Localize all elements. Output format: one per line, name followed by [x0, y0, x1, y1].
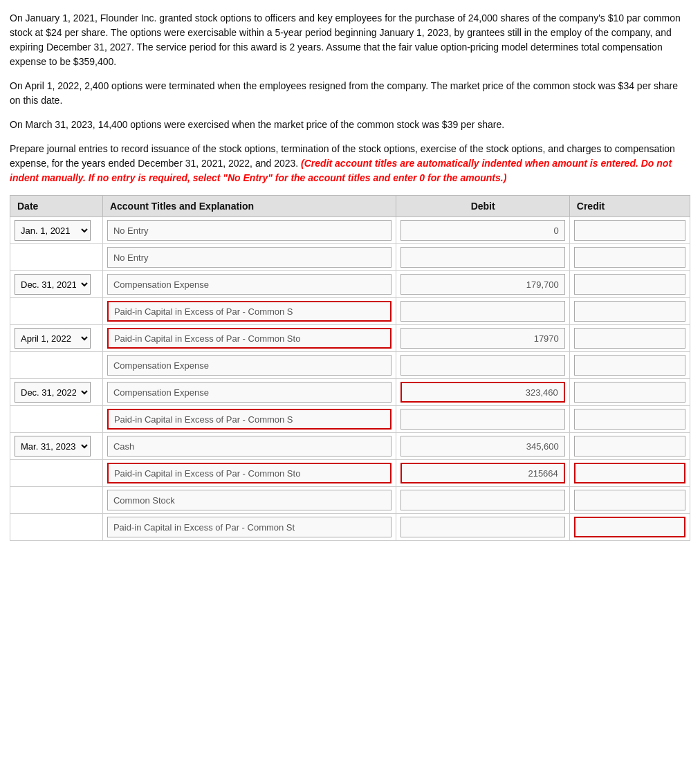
date-cell[interactable]: Jan. 1, 2021 — [10, 217, 103, 244]
credit-input[interactable] — [574, 409, 685, 430]
header-date: Date — [10, 196, 103, 217]
credit-input[interactable] — [574, 517, 685, 537]
debit-cell[interactable] — [396, 352, 569, 379]
debit-input[interactable] — [400, 274, 564, 295]
account-input[interactable] — [107, 517, 392, 537]
date-select[interactable]: Mar. 31, 2023 — [15, 436, 91, 457]
debit-input[interactable] — [400, 490, 564, 510]
account-input[interactable] — [107, 490, 392, 510]
debit-cell[interactable] — [396, 325, 569, 352]
debit-cell[interactable] — [396, 244, 569, 271]
table-row — [10, 298, 690, 325]
credit-input[interactable] — [574, 328, 685, 349]
paragraph-3: On March 31, 2023, 14,400 options were e… — [10, 118, 690, 132]
credit-cell[interactable] — [569, 433, 690, 460]
debit-cell[interactable] — [396, 298, 569, 325]
credit-cell[interactable] — [569, 325, 690, 352]
table-row — [10, 487, 690, 514]
date-cell — [10, 406, 103, 433]
header-debit: Debit — [396, 196, 569, 217]
account-cell[interactable] — [102, 352, 396, 379]
credit-input[interactable] — [574, 274, 685, 295]
account-input[interactable] — [107, 409, 392, 430]
account-cell[interactable] — [102, 244, 396, 271]
debit-cell[interactable] — [396, 379, 569, 406]
date-select[interactable]: Dec. 31, 2022 — [15, 382, 91, 403]
debit-cell[interactable] — [396, 487, 569, 514]
account-cell[interactable] — [102, 460, 396, 487]
table-row: Dec. 31, 2022 — [10, 379, 690, 406]
account-input[interactable] — [107, 328, 392, 349]
credit-input[interactable] — [574, 247, 685, 268]
account-cell[interactable] — [102, 487, 396, 514]
account-cell[interactable] — [102, 298, 396, 325]
debit-input[interactable] — [400, 409, 564, 430]
account-cell[interactable] — [102, 514, 396, 541]
date-select[interactable]: April 1, 2022 — [15, 328, 91, 349]
header-account: Account Titles and Explanation — [102, 196, 396, 217]
credit-cell[interactable] — [569, 406, 690, 433]
table-header-row: Date Account Titles and Explanation Debi… — [10, 196, 690, 217]
debit-cell[interactable] — [396, 514, 569, 541]
account-input[interactable] — [107, 247, 392, 268]
credit-cell[interactable] — [569, 379, 690, 406]
account-cell[interactable] — [102, 379, 396, 406]
date-cell[interactable]: Mar. 31, 2023 — [10, 433, 103, 460]
account-cell[interactable] — [102, 433, 396, 460]
debit-input[interactable] — [400, 382, 564, 403]
date-cell[interactable]: April 1, 2022 — [10, 325, 103, 352]
date-cell[interactable]: Dec. 31, 2022 — [10, 379, 103, 406]
date-select[interactable]: Jan. 1, 2021 — [15, 220, 91, 241]
debit-input[interactable] — [400, 436, 564, 457]
account-input[interactable] — [107, 463, 392, 483]
debit-cell[interactable] — [396, 217, 569, 244]
debit-cell[interactable] — [396, 433, 569, 460]
account-cell[interactable] — [102, 325, 396, 352]
credit-cell[interactable] — [569, 460, 690, 487]
date-cell[interactable]: Dec. 31, 2021 — [10, 271, 103, 298]
credit-cell[interactable] — [569, 487, 690, 514]
credit-input[interactable] — [574, 301, 685, 322]
credit-input[interactable] — [574, 436, 685, 457]
paragraph-2: On April 1, 2022, 2,400 options were ter… — [10, 79, 690, 108]
debit-input[interactable] — [400, 517, 564, 537]
debit-cell[interactable] — [396, 406, 569, 433]
credit-input[interactable] — [574, 463, 685, 483]
account-input[interactable] — [107, 301, 392, 322]
table-row: Jan. 1, 2021 — [10, 217, 690, 244]
debit-input[interactable] — [400, 355, 564, 376]
account-cell[interactable] — [102, 406, 396, 433]
account-input[interactable] — [107, 274, 392, 295]
debit-input[interactable] — [400, 220, 564, 241]
credit-cell[interactable] — [569, 298, 690, 325]
credit-input[interactable] — [574, 355, 685, 376]
date-cell — [10, 487, 103, 514]
debit-input[interactable] — [400, 463, 564, 483]
credit-input[interactable] — [574, 220, 685, 241]
date-cell — [10, 298, 103, 325]
account-input[interactable] — [107, 382, 392, 403]
credit-input[interactable] — [574, 382, 685, 403]
table-row — [10, 514, 690, 541]
debit-cell[interactable] — [396, 460, 569, 487]
account-cell[interactable] — [102, 217, 396, 244]
debit-input[interactable] — [400, 301, 564, 322]
credit-cell[interactable] — [569, 352, 690, 379]
account-input[interactable] — [107, 220, 392, 241]
debit-input[interactable] — [400, 247, 564, 268]
credit-input[interactable] — [574, 490, 685, 510]
date-select[interactable]: Dec. 31, 2021 — [15, 274, 91, 295]
date-cell — [10, 460, 103, 487]
account-cell[interactable] — [102, 271, 396, 298]
credit-cell[interactable] — [569, 514, 690, 541]
debit-cell[interactable] — [396, 271, 569, 298]
paragraph-1: On January 1, 2021, Flounder Inc. grante… — [10, 11, 690, 69]
debit-input[interactable] — [400, 328, 564, 349]
table-row — [10, 352, 690, 379]
credit-cell[interactable] — [569, 271, 690, 298]
account-input[interactable] — [107, 436, 392, 457]
journal-table: Date Account Titles and Explanation Debi… — [10, 195, 690, 541]
credit-cell[interactable] — [569, 244, 690, 271]
credit-cell[interactable] — [569, 217, 690, 244]
account-input[interactable] — [107, 355, 392, 376]
